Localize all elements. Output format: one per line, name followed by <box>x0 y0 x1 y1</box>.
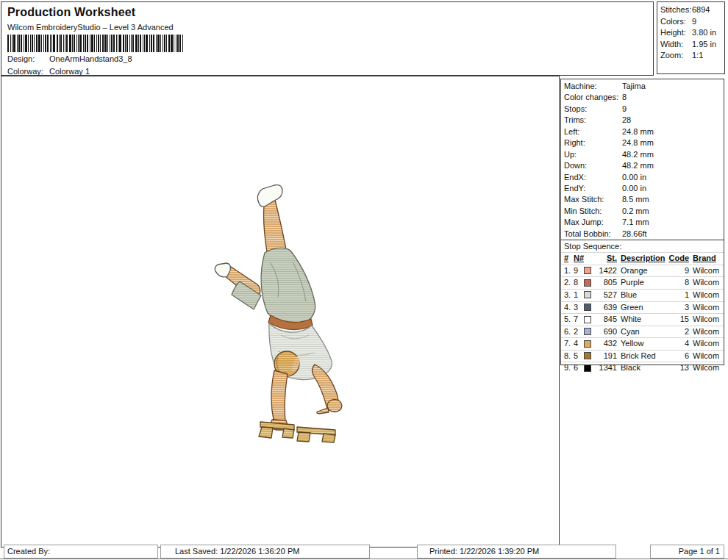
stop-stitch-count: 1341 <box>592 362 617 374</box>
stop-sequence-row: 5. 7 845 White 15 Wilcom <box>561 313 724 326</box>
col-header-brand: Brand <box>693 253 724 265</box>
machine-info-value: 0.00 in <box>622 183 646 194</box>
stop-num: 8. <box>564 351 574 362</box>
machine-info-value: Tajima <box>622 81 646 92</box>
stop-num: 1. <box>564 265 574 277</box>
stop-num: 5. <box>564 314 574 326</box>
machine-info-row: Min Stitch: 0.2 mm <box>564 206 724 217</box>
stop-num: 7. <box>564 338 574 350</box>
stop-description: White <box>621 314 663 326</box>
machine-info-row: EndY: 0.00 in <box>564 183 724 194</box>
stop-sequence-row: 3. 1 527 Blue 1 Wilcom <box>561 289 724 301</box>
machine-info-label: Left: <box>564 127 579 136</box>
machine-info-value: 28 <box>622 115 631 126</box>
stop-code: 3 <box>663 302 689 314</box>
stop-code: 6 <box>663 351 689 362</box>
stop-code: 9 <box>663 265 689 277</box>
thread-color-swatch <box>584 304 591 311</box>
thread-color-swatch <box>584 328 591 335</box>
summary-label: Colors: <box>660 17 686 26</box>
thread-color-swatch <box>584 267 591 274</box>
stop-num: 3. <box>564 290 574 301</box>
stop-description: Brick Red <box>621 351 663 362</box>
thread-color-swatch <box>584 340 591 348</box>
stop-brand: Wilcom <box>693 265 724 277</box>
thread-color-swatch <box>584 352 591 359</box>
stop-brand: Wilcom <box>693 277 724 289</box>
machine-info-label: Min Stitch: <box>564 207 602 215</box>
machine-info-label: Up: <box>564 150 577 159</box>
machine-info-row: Right: 24.8 mm <box>564 137 724 148</box>
stop-description: Green <box>621 302 663 314</box>
stop-sequence-row: 1. 9 1422 Orange 9 Wilcom <box>561 265 724 277</box>
summary-row: Height: 3.80 in <box>660 27 724 39</box>
software-name: Wilcom EmbroideryStudio – Level 3 Advanc… <box>7 23 174 32</box>
stop-code: 4 <box>663 338 689 350</box>
machine-info-label: EndY: <box>564 184 585 193</box>
stop-brand: Wilcom <box>693 338 724 350</box>
colorway-value: Colorway 1 <box>49 67 90 76</box>
summary-label: Width: <box>660 40 683 49</box>
machine-info-label: Machine: <box>564 82 597 90</box>
thread-color-swatch <box>584 316 591 323</box>
col-header-num: # <box>564 253 574 265</box>
machine-info-row: Stops: 9 <box>564 104 724 115</box>
machine-info-list: Machine: Tajima Color changes: 8 Stops: … <box>561 79 724 240</box>
machine-info-label: Stops: <box>564 104 587 113</box>
summary-row: Zoom: 1:1 <box>660 50 724 62</box>
thread-color-swatch <box>584 291 591 298</box>
stop-brand: Wilcom <box>693 302 724 314</box>
footer-created-by: Created By: <box>4 545 158 559</box>
stop-code: 1 <box>663 290 689 301</box>
stop-brand: Wilcom <box>693 290 724 301</box>
stop-brand: Wilcom <box>693 351 724 362</box>
machine-info-label: Total Bobbin: <box>564 229 611 238</box>
header-box: Production Worksheet Wilcom EmbroiderySt… <box>1 1 654 76</box>
stop-stitch-count: 1422 <box>592 265 617 277</box>
stop-description: Orange <box>621 265 663 277</box>
machine-info-label: Trims: <box>564 115 586 124</box>
machine-info-label: Right: <box>564 138 585 147</box>
page-title: Production Worksheet <box>7 6 135 19</box>
stop-code: 8 <box>663 277 689 289</box>
stop-code: 15 <box>663 314 689 326</box>
colorway-label: Colorway: <box>7 67 49 76</box>
machine-info-row: Up: 48.2 mm <box>564 149 724 160</box>
col-header-code: Code <box>663 253 689 265</box>
machine-info-value: 7.1 mm <box>622 217 649 228</box>
summary-value: 6894 <box>692 4 710 16</box>
stop-sequence-row: 9. 6 1341 Black 13 Wilcom <box>561 362 724 374</box>
stop-brand: Wilcom <box>693 314 724 326</box>
footer-page-number: Page 1 of 1 <box>650 545 724 559</box>
machine-info-label: Down: <box>564 161 587 170</box>
stop-stitch-count: 639 <box>592 302 617 314</box>
stop-description: Blue <box>621 290 663 301</box>
col-header-stitches: St. <box>592 253 617 265</box>
colorway-row: Colorway:Colorway 1 <box>7 67 90 76</box>
machine-info-label: Max Jump: <box>564 218 604 226</box>
thread-color-swatch <box>584 279 591 287</box>
machine-info-row: Down: 48.2 mm <box>564 160 724 171</box>
design-canvas <box>1 76 560 548</box>
footer-printed: Printed: 1/22/2026 1:39:20 PM <box>417 545 616 559</box>
design-value: OneArmHandstand3_8 <box>49 54 132 63</box>
stop-sequence-row: 7. 4 432 Yellow 4 Wilcom <box>561 337 724 350</box>
machine-info-value: 9 <box>622 104 627 115</box>
stop-stitch-count: 191 <box>592 351 617 362</box>
summary-row: Colors: 9 <box>660 16 724 28</box>
stop-code: 2 <box>663 326 689 338</box>
stop-sequence-table: 1. 9 1422 Orange 9 Wilcom 2. 8 805 <box>561 265 724 374</box>
stop-sequence-row: 6. 2 690 Cyan 2 Wilcom <box>561 326 724 338</box>
production-worksheet-page: Production Worksheet Wilcom EmbroiderySt… <box>0 0 728 560</box>
summary-row: Stitches: 6894 <box>660 4 724 16</box>
summary-label: Zoom: <box>660 51 683 60</box>
stop-description: Black <box>621 362 663 374</box>
col-header-needle: N# <box>574 253 585 265</box>
machine-info-row: Machine: Tajima <box>564 81 724 92</box>
one-arm-handstand-figure <box>1 76 557 545</box>
machine-info-row: Trims: 28 <box>564 115 724 126</box>
stop-description: Purple <box>621 277 663 289</box>
stop-description: Yellow <box>621 338 663 350</box>
machine-info-label: Max Stitch: <box>564 195 604 204</box>
barcode-icon <box>7 35 188 52</box>
